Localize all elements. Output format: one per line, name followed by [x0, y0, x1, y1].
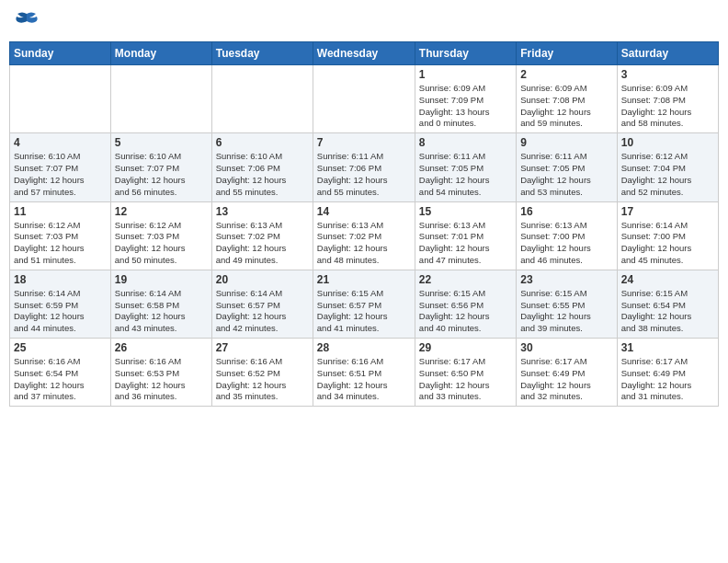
- calendar-cell: 6Sunrise: 6:10 AM Sunset: 7:06 PM Daylig…: [211, 133, 313, 201]
- page-header: [9, 9, 719, 36]
- day-content: Sunrise: 6:17 AM Sunset: 6:49 PM Dayligh…: [520, 356, 612, 403]
- day-number: 29: [419, 341, 512, 354]
- day-content: Sunrise: 6:12 AM Sunset: 7:03 PM Dayligh…: [115, 220, 208, 267]
- day-number: 13: [216, 205, 309, 218]
- week-row-3: 11Sunrise: 6:12 AM Sunset: 7:03 PM Dayli…: [10, 201, 719, 270]
- day-content: Sunrise: 6:12 AM Sunset: 7:03 PM Dayligh…: [14, 220, 107, 267]
- day-number: 22: [419, 273, 512, 286]
- calendar-cell: 29Sunrise: 6:17 AM Sunset: 6:50 PM Dayli…: [415, 339, 516, 407]
- day-content: Sunrise: 6:11 AM Sunset: 7:05 PM Dayligh…: [419, 151, 512, 198]
- calendar-cell: 25Sunrise: 6:16 AM Sunset: 6:54 PM Dayli…: [10, 339, 111, 407]
- day-content: Sunrise: 6:17 AM Sunset: 6:49 PM Dayligh…: [621, 356, 714, 403]
- day-number: 23: [520, 273, 612, 286]
- day-content: Sunrise: 6:16 AM Sunset: 6:51 PM Dayligh…: [317, 356, 411, 403]
- day-number: 8: [419, 136, 512, 149]
- day-header-monday: Monday: [110, 42, 211, 65]
- calendar-cell: 28Sunrise: 6:16 AM Sunset: 6:51 PM Dayli…: [313, 339, 415, 407]
- day-content: Sunrise: 6:09 AM Sunset: 7:08 PM Dayligh…: [621, 83, 714, 130]
- calendar-cell: 27Sunrise: 6:16 AM Sunset: 6:52 PM Dayli…: [211, 339, 313, 407]
- calendar-cell: [313, 65, 415, 133]
- day-header-sunday: Sunday: [10, 42, 111, 65]
- day-header-saturday: Saturday: [617, 42, 718, 65]
- day-content: Sunrise: 6:11 AM Sunset: 7:05 PM Dayligh…: [520, 151, 612, 198]
- calendar-cell: 19Sunrise: 6:14 AM Sunset: 6:58 PM Dayli…: [110, 270, 211, 338]
- day-content: Sunrise: 6:10 AM Sunset: 7:07 PM Dayligh…: [14, 151, 107, 198]
- day-content: Sunrise: 6:13 AM Sunset: 7:01 PM Dayligh…: [419, 220, 512, 267]
- week-row-4: 18Sunrise: 6:14 AM Sunset: 6:59 PM Dayli…: [10, 270, 719, 338]
- day-number: 24: [621, 273, 714, 286]
- day-content: Sunrise: 6:16 AM Sunset: 6:52 PM Dayligh…: [216, 356, 309, 403]
- calendar-cell: 10Sunrise: 6:12 AM Sunset: 7:04 PM Dayli…: [617, 133, 718, 201]
- calendar-cell: 8Sunrise: 6:11 AM Sunset: 7:05 PM Daylig…: [415, 133, 516, 201]
- day-content: Sunrise: 6:13 AM Sunset: 7:00 PM Dayligh…: [520, 220, 612, 267]
- logo-icon: [13, 9, 40, 36]
- day-number: 20: [216, 273, 309, 286]
- day-number: 5: [115, 136, 208, 149]
- day-content: Sunrise: 6:14 AM Sunset: 6:58 PM Dayligh…: [115, 288, 208, 335]
- calendar-cell: 5Sunrise: 6:10 AM Sunset: 7:07 PM Daylig…: [110, 133, 211, 201]
- calendar-cell: 22Sunrise: 6:15 AM Sunset: 6:56 PM Dayli…: [415, 270, 516, 338]
- day-content: Sunrise: 6:16 AM Sunset: 6:54 PM Dayligh…: [14, 356, 107, 403]
- day-number: 7: [317, 136, 411, 149]
- calendar-cell: 23Sunrise: 6:15 AM Sunset: 6:55 PM Dayli…: [517, 270, 617, 338]
- calendar-cell: [110, 65, 211, 133]
- day-content: Sunrise: 6:15 AM Sunset: 6:56 PM Dayligh…: [419, 288, 512, 335]
- calendar-cell: 2Sunrise: 6:09 AM Sunset: 7:08 PM Daylig…: [517, 65, 617, 133]
- day-content: Sunrise: 6:10 AM Sunset: 7:06 PM Dayligh…: [216, 151, 309, 198]
- day-number: 10: [621, 136, 714, 149]
- day-number: 19: [115, 273, 208, 286]
- day-content: Sunrise: 6:12 AM Sunset: 7:04 PM Dayligh…: [621, 151, 714, 198]
- calendar-cell: [10, 65, 111, 133]
- day-number: 3: [621, 68, 714, 81]
- day-number: 27: [216, 341, 309, 354]
- day-number: 25: [14, 341, 107, 354]
- calendar-cell: 30Sunrise: 6:17 AM Sunset: 6:49 PM Dayli…: [517, 339, 617, 407]
- day-content: Sunrise: 6:10 AM Sunset: 7:07 PM Dayligh…: [115, 151, 208, 198]
- day-content: Sunrise: 6:14 AM Sunset: 7:00 PM Dayligh…: [621, 220, 714, 267]
- day-content: Sunrise: 6:14 AM Sunset: 6:57 PM Dayligh…: [216, 288, 309, 335]
- calendar-cell: 14Sunrise: 6:13 AM Sunset: 7:02 PM Dayli…: [313, 201, 415, 270]
- calendar-cell: [211, 65, 313, 133]
- calendar-cell: 7Sunrise: 6:11 AM Sunset: 7:06 PM Daylig…: [313, 133, 415, 201]
- calendar-cell: 24Sunrise: 6:15 AM Sunset: 6:54 PM Dayli…: [617, 270, 718, 338]
- day-number: 17: [621, 205, 714, 218]
- calendar-cell: 3Sunrise: 6:09 AM Sunset: 7:08 PM Daylig…: [617, 65, 718, 133]
- logo: [13, 9, 44, 36]
- week-row-2: 4Sunrise: 6:10 AM Sunset: 7:07 PM Daylig…: [10, 133, 719, 201]
- calendar-cell: 13Sunrise: 6:13 AM Sunset: 7:02 PM Dayli…: [211, 201, 313, 270]
- calendar-table: SundayMondayTuesdayWednesdayThursdayFrid…: [9, 41, 719, 407]
- day-content: Sunrise: 6:15 AM Sunset: 6:57 PM Dayligh…: [317, 288, 411, 335]
- day-number: 26: [115, 341, 208, 354]
- day-content: Sunrise: 6:13 AM Sunset: 7:02 PM Dayligh…: [216, 220, 309, 267]
- day-content: Sunrise: 6:14 AM Sunset: 6:59 PM Dayligh…: [14, 288, 107, 335]
- day-header-friday: Friday: [517, 42, 617, 65]
- calendar-cell: 11Sunrise: 6:12 AM Sunset: 7:03 PM Dayli…: [10, 201, 111, 270]
- day-content: Sunrise: 6:11 AM Sunset: 7:06 PM Dayligh…: [317, 151, 411, 198]
- day-number: 2: [520, 68, 612, 81]
- day-header-tuesday: Tuesday: [211, 42, 313, 65]
- calendar-cell: 1Sunrise: 6:09 AM Sunset: 7:09 PM Daylig…: [415, 65, 516, 133]
- calendar-cell: 20Sunrise: 6:14 AM Sunset: 6:57 PM Dayli…: [211, 270, 313, 338]
- calendar-cell: 18Sunrise: 6:14 AM Sunset: 6:59 PM Dayli…: [10, 270, 111, 338]
- day-number: 31: [621, 341, 714, 354]
- day-number: 9: [520, 136, 612, 149]
- week-row-5: 25Sunrise: 6:16 AM Sunset: 6:54 PM Dayli…: [10, 339, 719, 407]
- day-content: Sunrise: 6:13 AM Sunset: 7:02 PM Dayligh…: [317, 220, 411, 267]
- day-content: Sunrise: 6:16 AM Sunset: 6:53 PM Dayligh…: [115, 356, 208, 403]
- day-number: 4: [14, 136, 107, 149]
- day-content: Sunrise: 6:09 AM Sunset: 7:08 PM Dayligh…: [520, 83, 612, 130]
- day-header-wednesday: Wednesday: [313, 42, 415, 65]
- calendar-cell: 9Sunrise: 6:11 AM Sunset: 7:05 PM Daylig…: [517, 133, 617, 201]
- day-number: 28: [317, 341, 411, 354]
- calendar-cell: 4Sunrise: 6:10 AM Sunset: 7:07 PM Daylig…: [10, 133, 111, 201]
- day-number: 12: [115, 205, 208, 218]
- day-number: 15: [419, 205, 512, 218]
- day-content: Sunrise: 6:17 AM Sunset: 6:50 PM Dayligh…: [419, 356, 512, 403]
- day-content: Sunrise: 6:09 AM Sunset: 7:09 PM Dayligh…: [419, 83, 512, 130]
- day-number: 14: [317, 205, 411, 218]
- calendar-cell: 15Sunrise: 6:13 AM Sunset: 7:01 PM Dayli…: [415, 201, 516, 270]
- day-number: 6: [216, 136, 309, 149]
- week-row-1: 1Sunrise: 6:09 AM Sunset: 7:09 PM Daylig…: [10, 65, 719, 133]
- day-number: 18: [14, 273, 107, 286]
- calendar-cell: 17Sunrise: 6:14 AM Sunset: 7:00 PM Dayli…: [617, 201, 718, 270]
